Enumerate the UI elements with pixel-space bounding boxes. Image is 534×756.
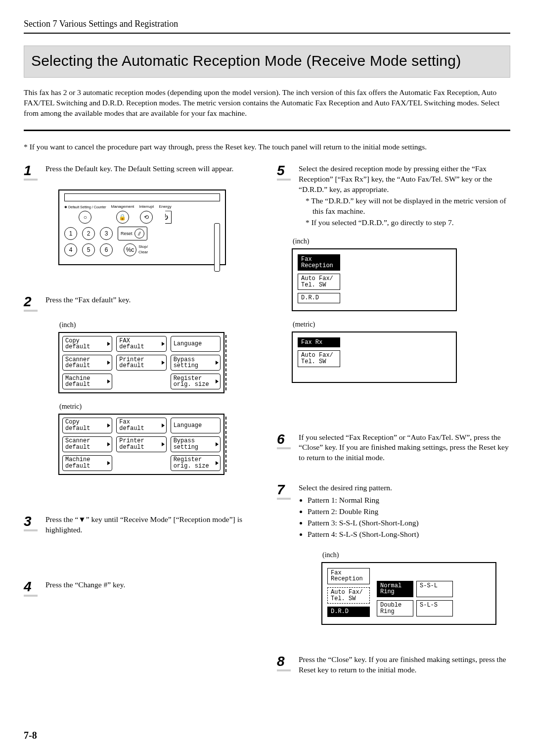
fax-rx-button[interactable]: Fax Rx bbox=[298, 337, 340, 348]
scanner-default-button[interactable]: Scanner default bbox=[62, 355, 112, 371]
figure-fax-default-inch: (inch) Copy default FAX default Language… bbox=[58, 321, 257, 475]
caption-inch: (inch) bbox=[322, 551, 510, 560]
step-text: Press the “Change #” key. bbox=[45, 580, 257, 590]
side-button[interactable] bbox=[214, 223, 220, 272]
step-number: 6 bbox=[277, 432, 292, 449]
machine-default-button[interactable]: Machine default bbox=[62, 374, 112, 389]
caption-inch: (inch) bbox=[293, 237, 510, 246]
label-default-setting: ✱ Default Setting / Counter bbox=[64, 205, 106, 209]
intro-paragraph: This fax has 2 or 3 automatic reception … bbox=[24, 88, 510, 119]
reset-key[interactable]: Reset ⫽ bbox=[118, 227, 147, 240]
percent-key[interactable]: %c bbox=[124, 243, 136, 256]
figure-ring-pattern: (inch) Fax Reception Auto Fax/ Tel. SW D… bbox=[321, 551, 510, 625]
language-button[interactable]: Language bbox=[171, 418, 221, 433]
printer-default-button[interactable]: Printer default bbox=[116, 355, 166, 371]
interrupt-key[interactable]: ⟲ bbox=[140, 211, 153, 224]
normal-ring-button[interactable]: Normal Ring bbox=[377, 581, 413, 597]
fax-default-button[interactable]: FAX default bbox=[116, 336, 166, 352]
step-number: 8 bbox=[277, 655, 292, 671]
page-title: Selecting the Automatic Reception Mode (… bbox=[24, 46, 510, 78]
step-number: 5 bbox=[277, 164, 292, 181]
drd-button[interactable]: D.R.D bbox=[327, 607, 370, 617]
step-text: Select the desired reception mode by pre… bbox=[299, 164, 492, 193]
step-4: 4 Press the “Change #” key. bbox=[24, 580, 257, 597]
label-energy: Energy bbox=[159, 204, 171, 210]
step-number: 4 bbox=[24, 580, 39, 597]
numkey-6[interactable]: 6 bbox=[100, 243, 113, 256]
printer-default-button[interactable]: Printer default bbox=[116, 436, 166, 452]
step-text: Press the “Close” key. If you are finish… bbox=[299, 655, 510, 675]
language-button[interactable]: Language bbox=[171, 336, 221, 352]
step-6: 6 If you selected “Fax Reception” or “Au… bbox=[277, 432, 510, 464]
step-text: Press the “▼” key until “Receive Mode” [… bbox=[45, 515, 257, 535]
register-orig-size-button[interactable]: Register orig. size bbox=[171, 455, 221, 471]
page-number: 7-8 bbox=[24, 729, 37, 742]
step-text: Select the desired ring pattern. bbox=[299, 483, 392, 492]
numkey-4[interactable]: 4 bbox=[64, 243, 77, 256]
label-interrupt: Interrupt bbox=[139, 204, 154, 210]
lcd-screen bbox=[64, 193, 220, 201]
fax-reception-button[interactable]: Fax Reception bbox=[298, 254, 340, 271]
management-key[interactable]: 🔒 bbox=[116, 211, 129, 224]
divider bbox=[24, 130, 510, 131]
energy-key[interactable]: ⏻ bbox=[159, 211, 172, 224]
double-ring-button[interactable]: Double Ring bbox=[377, 600, 413, 616]
label-management: Management bbox=[111, 204, 134, 210]
auto-fax-tel-sw-button[interactable]: Auto Fax/ Tel. SW bbox=[298, 350, 340, 367]
scanner-default-button[interactable]: Scanner default bbox=[62, 436, 112, 452]
left-column: 1 Press the Default key. The Default Set… bbox=[24, 164, 257, 684]
label-stop-clear: Stop/ Clear bbox=[138, 244, 148, 255]
step-number: 3 bbox=[24, 515, 39, 531]
step-8: 8 Press the “Close” key. If you are fini… bbox=[277, 655, 510, 675]
right-column: 5 Select the desired reception mode by p… bbox=[277, 164, 510, 684]
register-orig-size-button[interactable]: Register orig. size bbox=[171, 374, 221, 389]
step-text: Press the Default key. The Default Setti… bbox=[45, 164, 257, 174]
step-number: 1 bbox=[24, 164, 39, 181]
drd-button[interactable]: D.R.D bbox=[298, 293, 340, 303]
numkey-2[interactable]: 2 bbox=[82, 227, 95, 240]
step-text: If you selected “Fax Reception” or “Auto… bbox=[299, 432, 510, 464]
figure-reception-inch: (inch) Fax Reception Auto Fax/ Tel. SW D… bbox=[292, 237, 510, 383]
ssl-button[interactable]: S-S-L bbox=[416, 581, 453, 597]
bypass-setting-button[interactable]: Bypass setting bbox=[171, 436, 221, 452]
caption-inch: (inch) bbox=[59, 321, 257, 330]
step-number: 2 bbox=[24, 295, 39, 312]
bypass-setting-button[interactable]: Bypass setting bbox=[171, 355, 221, 371]
numkey-3[interactable]: 3 bbox=[100, 227, 113, 240]
step-2: 2 Press the “Fax default” key. bbox=[24, 295, 257, 312]
machine-default-button[interactable]: Machine default bbox=[62, 455, 112, 471]
sls-button[interactable]: S-L-S bbox=[416, 600, 453, 616]
caption-metric: (metric) bbox=[59, 402, 257, 412]
ring-pattern-list: Pattern 1: Normal Ring Pattern 2: Double… bbox=[308, 495, 510, 540]
step-number: 7 bbox=[277, 483, 292, 500]
step-3: 3 Press the “▼” key until “Receive Mode”… bbox=[24, 515, 257, 535]
default-setting-key[interactable]: ○ bbox=[79, 211, 91, 224]
step-5: 5 Select the desired reception mode by p… bbox=[277, 164, 510, 228]
auto-fax-tel-sw-button[interactable]: Auto Fax/ Tel. SW bbox=[298, 274, 340, 290]
step-text: Press the “Fax default” key. bbox=[45, 295, 257, 305]
numkey-5[interactable]: 5 bbox=[82, 243, 95, 256]
auto-fax-tel-sw-button[interactable]: Auto Fax/ Tel. SW bbox=[327, 587, 370, 604]
fax-reception-button[interactable]: Fax Reception bbox=[327, 568, 370, 584]
step5-notes: * The “D.R.D.” key will not be displayed… bbox=[306, 196, 510, 228]
fax-default-button[interactable]: Fax default bbox=[116, 418, 166, 433]
step-1: 1 Press the Default key. The Default Set… bbox=[24, 164, 257, 181]
numkey-1[interactable]: 1 bbox=[64, 227, 77, 240]
figure-control-panel: ✱ Default Setting / Counter ○ Management… bbox=[58, 189, 257, 265]
copy-default-button[interactable]: Copy default bbox=[62, 418, 112, 433]
step-7: 7 Select the desired ring pattern. Patte… bbox=[277, 483, 510, 542]
cancel-note: * If you want to cancel the procedure pa… bbox=[24, 142, 510, 152]
copy-default-button[interactable]: Copy default bbox=[62, 336, 112, 352]
section-header: Section 7 Various Settings and Registrat… bbox=[24, 18, 510, 34]
caption-metric: (metric) bbox=[293, 320, 510, 330]
